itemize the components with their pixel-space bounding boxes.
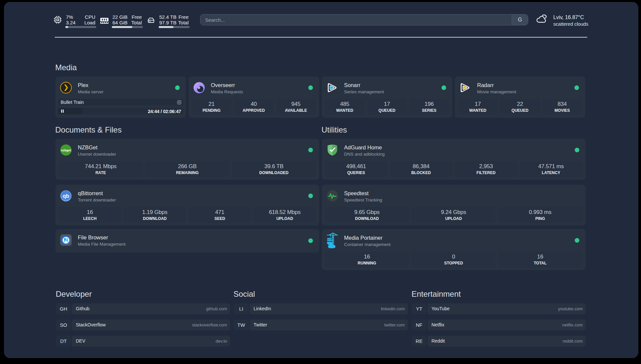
svg-text:qb: qb bbox=[63, 193, 69, 199]
svg-text:nzbget: nzbget bbox=[61, 148, 71, 152]
